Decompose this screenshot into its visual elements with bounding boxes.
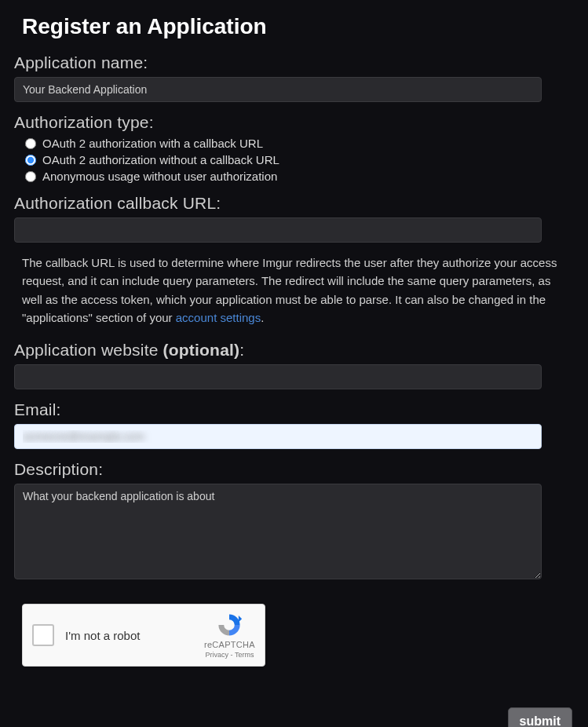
help-text-before: The callback URL is used to determine wh…	[22, 256, 557, 324]
account-settings-link[interactable]: account settings	[176, 311, 261, 324]
auth-type-option-with-callback[interactable]: OAuth 2 authorization with a callback UR…	[25, 137, 574, 150]
callback-url-input[interactable]	[14, 217, 542, 243]
app-name-input[interactable]	[14, 77, 542, 102]
website-input[interactable]	[14, 364, 542, 389]
svg-marker-0	[239, 616, 242, 623]
radio-label: OAuth 2 authorization with a callback UR…	[42, 137, 263, 150]
auth-type-radio-group: OAuth 2 authorization with a callback UR…	[25, 137, 574, 183]
recaptcha-label: I'm not a robot	[65, 629, 204, 642]
radio-with-callback[interactable]	[25, 138, 36, 149]
website-label-main: Application website	[14, 341, 163, 359]
callback-url-field: Authorization callback URL:	[14, 194, 574, 243]
recaptcha-widget: I'm not a robot reCAPTCHA Privacy - Term…	[22, 604, 265, 667]
website-label-optional: (optional)	[163, 341, 240, 359]
description-input[interactable]	[14, 484, 542, 579]
recaptcha-checkbox[interactable]	[32, 624, 54, 646]
help-text-after: .	[261, 311, 264, 324]
description-label: Description:	[14, 460, 574, 479]
auth-type-field: Authorization type: OAuth 2 authorizatio…	[14, 113, 574, 183]
description-field: Description:	[14, 460, 574, 582]
page-title: Register an Application	[22, 14, 574, 39]
email-input[interactable]	[14, 424, 542, 449]
email-label: Email:	[14, 400, 574, 419]
website-label: Application website (optional):	[14, 341, 574, 360]
submit-row: submit	[14, 707, 574, 727]
website-label-suffix: :	[239, 341, 244, 359]
email-field-block: Email:	[14, 400, 574, 449]
radio-label: Anonymous usage without user authorizati…	[42, 170, 277, 183]
recaptcha-brand-text: reCAPTCHA	[204, 640, 255, 650]
radio-without-callback[interactable]	[25, 155, 36, 166]
app-name-label: Application name:	[14, 53, 574, 72]
app-name-field: Application name:	[14, 53, 574, 102]
auth-type-label: Authorization type:	[14, 113, 574, 132]
website-field: Application website (optional):	[14, 341, 574, 389]
radio-label: OAuth 2 authorization without a callback…	[42, 153, 279, 166]
auth-type-option-anonymous[interactable]: Anonymous usage without user authorizati…	[25, 170, 574, 183]
callback-help-text: The callback URL is used to determine wh…	[22, 254, 564, 327]
recaptcha-icon	[216, 612, 243, 638]
recaptcha-branding: reCAPTCHA Privacy - Terms	[204, 612, 255, 659]
auth-type-option-without-callback[interactable]: OAuth 2 authorization without a callback…	[25, 153, 574, 166]
submit-button[interactable]: submit	[508, 707, 572, 727]
callback-url-label: Authorization callback URL:	[14, 194, 574, 213]
recaptcha-legal-text[interactable]: Privacy - Terms	[206, 651, 254, 659]
radio-anonymous[interactable]	[25, 171, 36, 182]
